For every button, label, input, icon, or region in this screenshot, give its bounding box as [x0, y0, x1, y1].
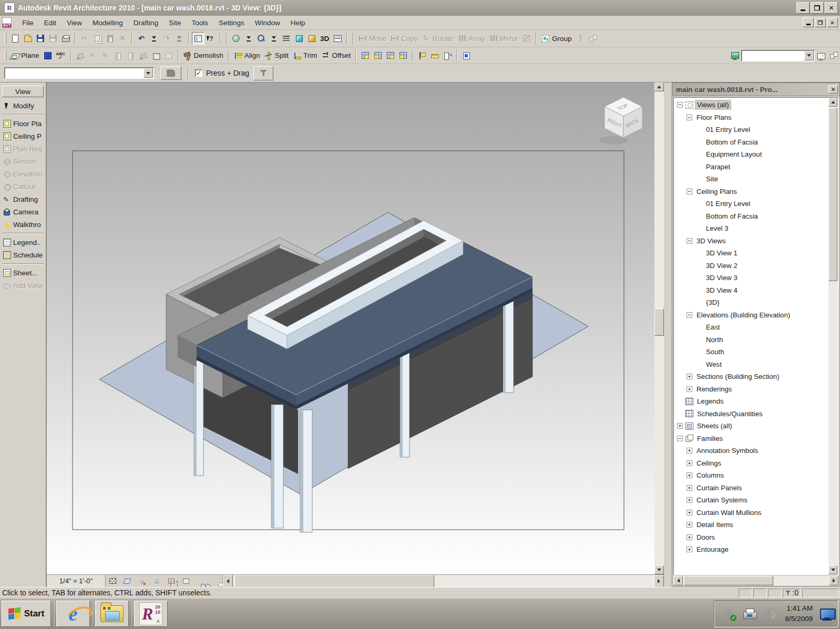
tree-item-bottom-of-facsia[interactable]: Bottom of Facsia [674, 210, 828, 223]
paste-button[interactable] [104, 32, 116, 45]
selection-count-cell[interactable]: :0 [783, 589, 801, 597]
printer-tray-icon[interactable] [743, 607, 756, 620]
browser-vertical-scroll-thumb[interactable] [828, 108, 837, 281]
revit-taskbar-button[interactable]: R2010A [134, 601, 168, 627]
canvas-horizontal-scrollbar[interactable] [223, 575, 664, 587]
browser-scroll-up-button[interactable] [828, 98, 837, 107]
menu-modelling[interactable]: Modelling [87, 17, 128, 29]
zoom-button[interactable] [255, 32, 268, 45]
browser-horizontal-scroll-thumb[interactable] [684, 576, 773, 585]
expand-icon[interactable] [687, 448, 692, 453]
tree-item-views-all[interactable]: Views (all) [674, 99, 828, 111]
child-close-button[interactable]: ✕ [827, 18, 838, 27]
browser-vertical-scrollbar[interactable] [828, 98, 838, 574]
default-3d-view-button[interactable]: 3D [318, 32, 331, 45]
tree-item-3d[interactable]: {3D} [674, 296, 828, 309]
rotate-button[interactable]: Rotate [420, 32, 456, 45]
tree-item-elevations-building-elevation[interactable]: Elevations (Building Elevation) [674, 309, 828, 322]
join-geometry-button[interactable] [397, 49, 409, 62]
design-bar-item-plan-reg[interactable]: Plan Reg [1, 142, 45, 155]
menu-tools[interactable]: Tools [186, 17, 213, 29]
edit-wall-joins-button[interactable] [359, 49, 372, 62]
design-bar-item-modify[interactable]: Modify [1, 99, 45, 112]
expand-icon[interactable] [687, 510, 692, 515]
collapse-icon[interactable] [687, 238, 692, 244]
design-bar-item-ceiling-p[interactable]: Ceiling P [1, 130, 45, 142]
render-region-button[interactable] [729, 49, 741, 62]
vertical-scroll-thumb[interactable] [654, 308, 664, 336]
tree-item-parapet[interactable]: Parapet [674, 161, 828, 173]
show-crop-region-button[interactable] [181, 576, 191, 586]
design-bar-item-section[interactable]: Section [1, 155, 45, 168]
tree-item-sheets-all[interactable]: Sheets (all) [674, 420, 828, 432]
expand-icon[interactable] [687, 374, 692, 379]
masking-region-button[interactable] [162, 49, 175, 62]
copy-button[interactable] [91, 32, 104, 45]
expand-icon[interactable] [687, 546, 692, 552]
work-plane-button[interactable]: Plane [9, 49, 42, 62]
tree-item-annotation-symbols[interactable]: Annotation Symbols [674, 445, 828, 457]
save-to-central-button[interactable] [47, 32, 59, 45]
expand-icon[interactable] [687, 522, 692, 528]
tree-item-schedules-quantities[interactable]: Schedules/Quantities [674, 408, 828, 420]
menu-edit[interactable]: Edit [39, 17, 62, 29]
collapse-icon[interactable] [677, 436, 683, 441]
save-button[interactable] [34, 32, 47, 45]
render-preset-combo[interactable] [741, 50, 815, 61]
design-bar-item-elevation[interactable]: Elevation [1, 168, 45, 180]
design-bar-item-add-view[interactable]: Add View [1, 279, 45, 292]
expand-icon[interactable] [687, 497, 692, 503]
move-button[interactable]: Move [356, 32, 388, 45]
browser-horizontal-scrollbar[interactable] [673, 576, 838, 585]
tree-item-level-3[interactable]: Level 3 [674, 222, 828, 235]
tree-item-3d-view-1[interactable]: 3D View 1 [674, 247, 828, 260]
view-scale-button[interactable]: 1/4" = 1'-0" [47, 575, 106, 587]
child-minimize-button[interactable] [803, 18, 814, 27]
tree-item-curtain-wall-mullions[interactable]: Curtain Wall Mullions [674, 507, 828, 519]
menu-drafting[interactable]: Drafting [128, 17, 163, 29]
design-bar-item-drafting[interactable]: Drafting [1, 193, 45, 205]
tree-item-3d-view-3[interactable]: 3D View 3 [674, 272, 828, 284]
image-capture-button[interactable] [815, 49, 827, 62]
menu-window[interactable]: Window [250, 17, 285, 29]
opening-tool-button[interactable] [441, 49, 454, 62]
scroll-left-button[interactable] [223, 575, 233, 587]
expand-icon[interactable] [687, 472, 692, 478]
context-help-button[interactable] [204, 32, 217, 45]
start-button[interactable]: Start [2, 601, 51, 627]
export-settings-button[interactable] [827, 49, 840, 62]
menu-help[interactable]: Help [285, 17, 311, 29]
drawing-area[interactable]: TOP RIGHT BACK [46, 83, 664, 574]
tree-item-01-entry-level[interactable]: 01 Entry Level [674, 123, 828, 136]
zoom-dropdown-button[interactable] [268, 32, 280, 45]
canvas-vertical-scrollbar[interactable] [654, 83, 664, 574]
dimension-tool-button[interactable] [428, 49, 441, 62]
scroll-down-button[interactable] [654, 565, 664, 574]
scroll-up-button[interactable] [654, 83, 664, 91]
shadows-button[interactable] [137, 576, 147, 586]
tree-item-3d-view-2[interactable]: 3D View 2 [674, 260, 828, 272]
collapse-icon[interactable] [687, 189, 692, 194]
browser-scroll-left-button[interactable] [673, 576, 683, 585]
tag-button[interactable] [99, 49, 112, 62]
toolbar-grip[interactable] [5, 50, 6, 61]
expand-icon[interactable] [687, 534, 692, 540]
copy-tool-button[interactable]: Copy [388, 32, 420, 45]
element-properties-button[interactable] [160, 66, 181, 80]
minimize-button[interactable] [796, 2, 810, 14]
tree-item-renderings[interactable]: Renderings [674, 383, 828, 396]
linework-button[interactable] [460, 49, 473, 62]
group-button[interactable]: Group [539, 32, 574, 45]
tree-item-families[interactable]: Families [674, 432, 828, 445]
menu-site[interactable]: Site [163, 17, 186, 29]
project-browser-toggle-button[interactable] [192, 32, 204, 45]
tree-item-columns[interactable]: Columns [674, 469, 828, 482]
visibility-graphics-button[interactable] [280, 32, 293, 45]
open-file-button[interactable] [22, 32, 34, 45]
tree-item-entourage[interactable]: Entourage [674, 543, 828, 556]
scroll-right-button[interactable] [654, 575, 664, 587]
window-layout-button[interactable] [331, 32, 344, 45]
cut-button[interactable]: ✂ [78, 32, 91, 45]
view-dropdown-button[interactable] [242, 32, 255, 45]
spelling-button[interactable] [54, 49, 68, 62]
